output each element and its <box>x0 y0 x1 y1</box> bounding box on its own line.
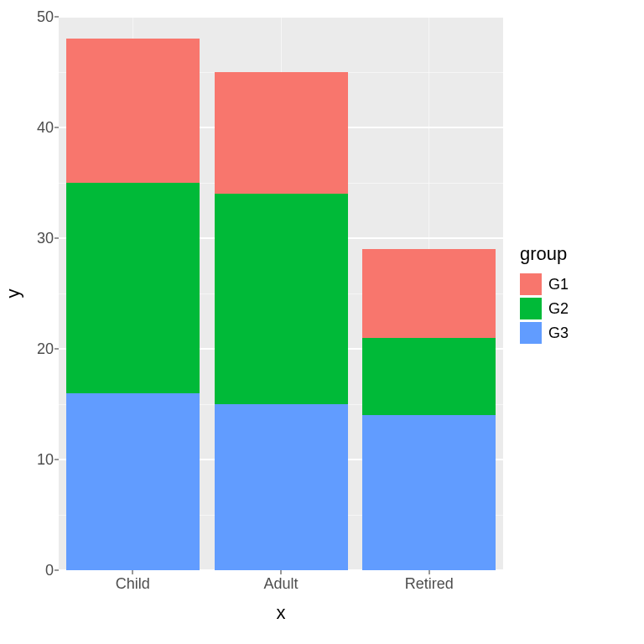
bar-segment <box>66 39 200 183</box>
y-tick-mark <box>55 238 59 239</box>
y-axis-label: y <box>3 289 24 299</box>
legend: group G1G2G3 <box>520 243 569 346</box>
bar-segment <box>215 194 348 404</box>
y-tick-mark <box>55 460 59 460</box>
y-tick-label: 30 <box>3 230 54 247</box>
legend-title: group <box>520 243 569 265</box>
legend-swatch <box>520 322 542 344</box>
y-tick-mark <box>55 17 59 18</box>
x-axis-label: x <box>277 602 286 624</box>
y-tick-mark <box>55 127 59 128</box>
legend-item: G1 <box>520 273 569 295</box>
bar-segment <box>215 404 348 570</box>
bar-column <box>215 72 348 570</box>
legend-item: G3 <box>520 322 569 344</box>
legend-swatch <box>520 273 542 295</box>
y-tick-label: 50 <box>3 8 54 26</box>
y-tick-label: 40 <box>3 119 54 137</box>
legend-label: G1 <box>548 276 569 293</box>
bar-segment <box>362 249 496 338</box>
legend-item: G2 <box>520 298 569 319</box>
bar-column <box>66 39 200 570</box>
bar-segment <box>215 72 348 194</box>
bar-segment <box>66 393 200 570</box>
x-tick-label: Retired <box>405 575 454 593</box>
legend-label: G3 <box>548 325 569 342</box>
plot-panel <box>59 17 503 570</box>
bar-segment <box>66 183 200 393</box>
bar-segment <box>362 338 496 415</box>
legend-label: G2 <box>548 300 569 318</box>
x-tick-label: Adult <box>263 575 298 593</box>
x-tick-mark <box>132 570 133 574</box>
chart-container: y x group G1G2G3 01020304050ChildAdultRe… <box>0 0 644 644</box>
bar-column <box>362 249 496 570</box>
y-tick-mark <box>55 570 59 571</box>
legend-swatch <box>520 298 542 319</box>
y-tick-label: 20 <box>3 340 54 358</box>
y-tick-label: 0 <box>3 562 54 579</box>
x-tick-mark <box>428 570 429 574</box>
bar-segment <box>362 415 496 570</box>
x-tick-label: Child <box>116 575 150 593</box>
y-tick-mark <box>55 349 59 350</box>
x-tick-mark <box>281 570 282 574</box>
y-tick-label: 10 <box>3 451 54 469</box>
